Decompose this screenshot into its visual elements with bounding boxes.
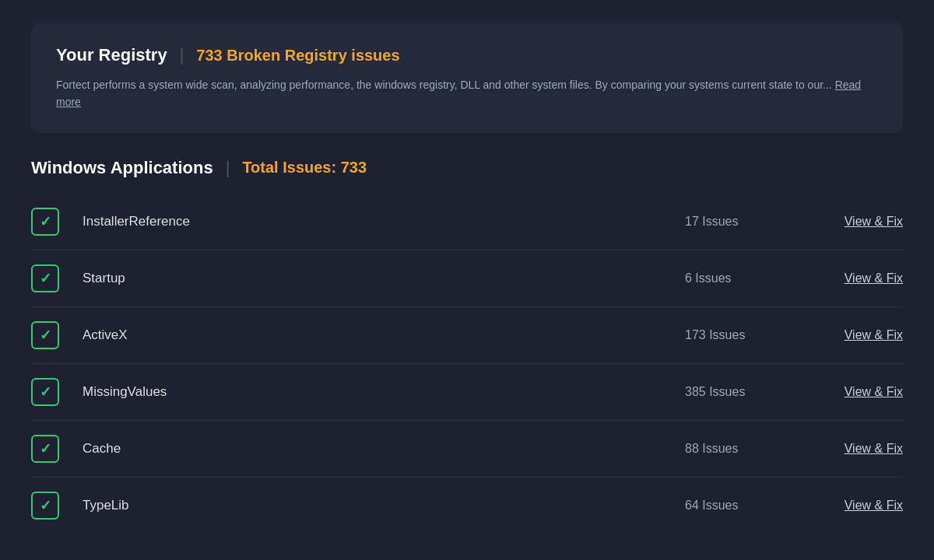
item-issues-count: 173 Issues <box>685 328 809 342</box>
item-name: TypeLib <box>83 498 685 513</box>
checkbox-icon <box>31 435 59 463</box>
checkbox-icon <box>31 378 59 406</box>
item-name: InstallerReference <box>83 214 685 229</box>
section-divider: | <box>226 158 230 178</box>
windows-applications-section: Windows Applications | Total Issues: 733… <box>31 158 903 534</box>
table-row: Cache 88 Issues View & Fix <box>31 421 903 478</box>
item-name: Startup <box>83 271 685 286</box>
checkbox-icon <box>31 208 59 236</box>
table-row: InstallerReference 17 Issues View & Fix <box>31 194 903 250</box>
item-issues-count: 64 Issues <box>685 499 809 513</box>
table-row: MissingValues 385 Issues View & Fix <box>31 364 903 421</box>
checkbox-icon <box>31 264 59 292</box>
section-total-issues: Total Issues: 733 <box>242 159 367 177</box>
section-header: Windows Applications | Total Issues: 733 <box>31 158 903 178</box>
registry-issues-count: 733 Broken Registry issues <box>196 47 399 65</box>
item-issues-count: 6 Issues <box>685 271 809 285</box>
item-issues-count: 88 Issues <box>685 442 809 456</box>
registry-description: Fortect performs a system wide scan, ana… <box>56 76 878 111</box>
registry-card: Your Registry | 733 Broken Registry issu… <box>31 23 903 133</box>
checkbox-icon <box>31 321 59 349</box>
item-name: Cache <box>83 441 685 457</box>
item-name: ActiveX <box>83 327 685 343</box>
view-fix-button[interactable]: View & Fix <box>809 442 903 456</box>
view-fix-button[interactable]: View & Fix <box>809 499 903 513</box>
table-row: TypeLib 64 Issues View & Fix <box>31 478 903 534</box>
checkbox-icon <box>31 492 59 520</box>
item-issues-count: 17 Issues <box>685 215 809 229</box>
registry-header: Your Registry | 733 Broken Registry issu… <box>56 45 878 65</box>
view-fix-button[interactable]: View & Fix <box>809 215 903 229</box>
view-fix-button[interactable]: View & Fix <box>809 328 903 342</box>
table-row: ActiveX 173 Issues View & Fix <box>31 307 903 364</box>
item-name: MissingValues <box>83 384 685 400</box>
items-list: InstallerReference 17 Issues View & Fix … <box>31 194 903 534</box>
view-fix-button[interactable]: View & Fix <box>809 385 903 399</box>
registry-divider: | <box>180 45 184 65</box>
view-fix-button[interactable]: View & Fix <box>809 271 903 285</box>
table-row: Startup 6 Issues View & Fix <box>31 250 903 307</box>
section-title: Windows Applications <box>31 158 213 178</box>
item-issues-count: 385 Issues <box>685 385 809 399</box>
registry-title: Your Registry <box>56 45 167 65</box>
